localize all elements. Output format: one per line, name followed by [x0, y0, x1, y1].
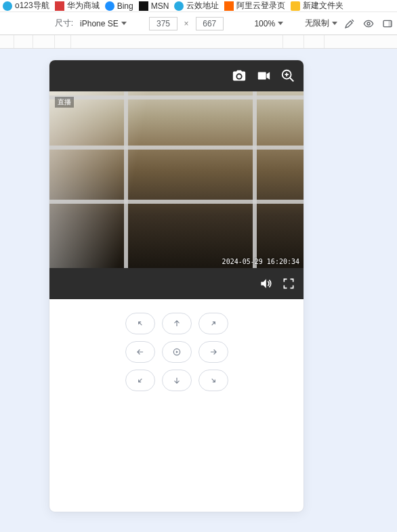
eyedropper-icon [344, 18, 355, 29]
bookmark-item[interactable]: Bing [105, 1, 133, 11]
site-favicon-icon [3, 1, 12, 11]
bookmark-item[interactable]: MSN [139, 1, 169, 11]
zoom-in-icon [280, 68, 295, 83]
live-badge: 直播 [55, 97, 74, 108]
zoom-in-button[interactable] [280, 68, 295, 83]
height-input[interactable]: 667 [196, 17, 224, 30]
fullscreen-icon [282, 277, 295, 290]
ptz-right[interactable] [198, 341, 228, 363]
svg-point-0 [367, 22, 370, 25]
site-favicon-icon [174, 1, 184, 11]
ptz-panel [49, 299, 304, 391]
camera-top-bar [49, 60, 304, 91]
bookmark-item[interactable]: 阿里云登录页 [224, 0, 285, 12]
arrow-right-icon [209, 347, 218, 357]
bookmark-label: 华为商城 [67, 0, 100, 12]
bookmark-item[interactable]: 华为商城 [55, 0, 100, 12]
site-favicon-icon [105, 1, 114, 11]
site-favicon-icon [224, 1, 234, 11]
ptz-up[interactable] [162, 313, 192, 334]
ptz-center-play[interactable] [162, 341, 192, 363]
dock-button[interactable] [382, 18, 393, 29]
video-timestamp: 2024-05-29 16:20:34 [222, 258, 299, 265]
bookmark-item[interactable]: 云效地址 [174, 0, 219, 12]
bookmark-label: o123导航 [15, 0, 49, 12]
dock-icon [382, 18, 393, 29]
arrow-down-left-icon [135, 376, 145, 385]
audio-button[interactable] [259, 277, 272, 290]
ptz-down[interactable] [162, 370, 192, 391]
bookmark-item[interactable]: o123导航 [3, 0, 49, 12]
caret-down-icon [121, 22, 127, 25]
ptz-down-right[interactable] [198, 370, 228, 391]
caret-down-icon [278, 22, 283, 25]
device-stage: 直播 2024-05-29 16:20:34 [0, 49, 397, 532]
bookmark-label: Bing [117, 1, 133, 11]
fullscreen-button[interactable] [282, 277, 295, 290]
throttle-value: 无限制 [305, 18, 329, 29]
play-circle-icon [172, 347, 182, 357]
snapshot-button[interactable] [232, 68, 247, 83]
site-favicon-icon [139, 1, 148, 11]
ptz-up-right[interactable] [198, 313, 228, 334]
bookmark-item[interactable]: 新建文件夹 [291, 0, 343, 12]
eye-icon [363, 18, 374, 29]
device-frame: 直播 2024-05-29 16:20:34 [49, 60, 304, 512]
arrow-down-icon [172, 376, 182, 385]
arrow-up-icon [172, 319, 182, 328]
device-select[interactable]: iPhone SE [80, 19, 127, 28]
caret-down-icon [332, 22, 337, 25]
camera-icon [232, 68, 247, 83]
live-video-feed[interactable]: 直播 2024-05-29 16:20:34 [49, 91, 304, 268]
folder-icon [291, 1, 300, 11]
zoom-value: 100% [254, 19, 275, 28]
devtools-device-toolbar: 尺寸: iPhone SE 375 × 667 100% 无限制 [0, 12, 397, 35]
camera-bottom-bar [49, 268, 304, 299]
bookmark-label: 新建文件夹 [303, 0, 343, 12]
bookmark-label: MSN [151, 1, 169, 11]
throttle-select[interactable]: 无限制 [305, 18, 337, 29]
speaker-icon [259, 277, 272, 290]
zoom-select[interactable]: 100% [254, 19, 283, 28]
ruler-bar [0, 35, 397, 49]
svg-rect-2 [388, 20, 392, 26]
video-image [49, 91, 304, 268]
ptz-down-left[interactable] [125, 370, 155, 391]
bookmark-label: 云效地址 [186, 0, 219, 12]
ptz-up-left[interactable] [125, 313, 155, 334]
width-input[interactable]: 375 [149, 17, 177, 30]
bookmark-label: 阿里云登录页 [236, 0, 285, 12]
times-label: × [184, 19, 189, 28]
arrow-down-right-icon [209, 376, 218, 385]
eyedropper-button[interactable] [344, 18, 355, 29]
video-icon [256, 68, 271, 83]
site-favicon-icon [55, 1, 64, 11]
arrow-up-left-icon [135, 319, 145, 328]
arrow-up-right-icon [209, 319, 218, 328]
preview-button[interactable] [363, 18, 374, 29]
svg-line-4 [290, 78, 294, 82]
ptz-left[interactable] [125, 341, 155, 363]
device-name: iPhone SE [80, 19, 119, 28]
bookmarks-bar: o123导航 华为商城 Bing MSN 云效地址 阿里云登录页 新建文件夹 [0, 0, 397, 12]
record-button[interactable] [256, 68, 271, 83]
size-label: 尺寸: [55, 18, 73, 29]
arrow-left-icon [135, 347, 145, 357]
